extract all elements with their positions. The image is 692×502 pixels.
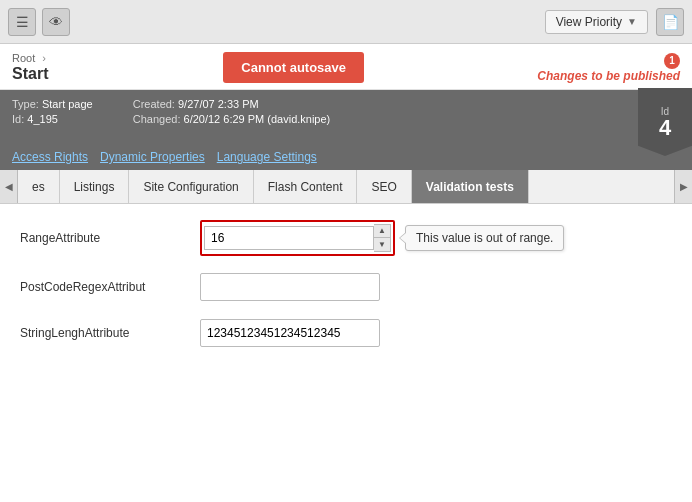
meta-changed: Changed: 6/20/12 6:29 PM (david.knipe) — [133, 113, 331, 125]
view-priority-button[interactable]: View Priority ▼ — [545, 10, 648, 34]
changes-to-publish-label: Changes to be published — [537, 69, 680, 83]
tab-site-configuration[interactable]: Site Configuration — [129, 170, 253, 203]
range-spin-down[interactable]: ▼ — [374, 238, 390, 251]
meta-type-value: Start page — [42, 98, 93, 110]
eye-icon: 👁 — [49, 14, 63, 30]
view-priority-caret: ▼ — [627, 16, 637, 27]
toolbar-right: View Priority ▼ 📄 — [545, 8, 684, 36]
list-icon-button[interactable]: ☰ — [8, 8, 36, 36]
content-area: RangeAttribute ▲ ▼ This value is out of … — [0, 204, 692, 380]
meta-id-label: Id: — [12, 113, 24, 125]
meta-type-id: Type: Start page Id: 4_195 — [12, 98, 93, 125]
meta-created-value: 9/27/07 2:33 PM — [178, 98, 259, 110]
breadcrumb-separator: › — [42, 52, 46, 64]
meta-dates: Created: 9/27/07 2:33 PM Changed: 6/20/1… — [133, 98, 331, 125]
tab-es[interactable]: es — [18, 170, 60, 203]
tab-listings-label: Listings — [74, 180, 115, 194]
string-length-attribute-row: StringLenghAttribute — [20, 318, 672, 348]
meta-created-label: Created: — [133, 98, 175, 110]
tab-validation-tests-label: Validation tests — [426, 180, 514, 194]
range-error-message: This value is out of range. — [416, 231, 553, 245]
meta-bar: Type: Start page Id: 4_195 Created: 9/27… — [0, 90, 692, 146]
range-spin-up[interactable]: ▲ — [374, 225, 390, 238]
breadcrumb-root[interactable]: Root — [12, 52, 35, 64]
breadcrumb-left: Root › Start — [12, 52, 50, 83]
eye-icon-button[interactable]: 👁 — [42, 8, 70, 36]
string-length-attribute-input[interactable] — [200, 319, 380, 347]
range-attribute-input[interactable] — [204, 226, 374, 250]
cannot-autosave-button[interactable]: Cannot autosave — [223, 52, 364, 83]
page-title: Start — [12, 65, 50, 83]
range-attribute-label: RangeAttribute — [20, 231, 200, 245]
tab-seo[interactable]: SEO — [357, 170, 411, 203]
range-attribute-row: RangeAttribute ▲ ▼ This value is out of … — [20, 220, 672, 256]
file-icon-button[interactable]: 📄 — [656, 8, 684, 36]
tab-next-button[interactable]: ▶ — [674, 170, 692, 203]
postcode-attribute-input[interactable] — [200, 273, 380, 301]
list-icon: ☰ — [16, 14, 29, 30]
postcode-attribute-row: PostCodeRegexAttribut — [20, 272, 672, 302]
meta-id: Id: 4_195 — [12, 113, 93, 125]
meta-id-value: 4_195 — [27, 113, 58, 125]
meta-type-label: Type: — [12, 98, 39, 110]
dynamic-properties-link[interactable]: Dynamic Properties — [100, 150, 205, 164]
string-length-attribute-label: StringLenghAttribute — [20, 326, 200, 340]
postcode-attribute-input-group — [200, 273, 380, 301]
meta-changed-value: 6/20/12 6:29 PM (david.knipe) — [184, 113, 331, 125]
breadcrumb-path: Root › — [12, 52, 50, 64]
changes-badge: 1 — [664, 53, 680, 69]
range-attribute-input-group: ▲ ▼ This value is out of range. — [200, 220, 564, 256]
postcode-attribute-label: PostCodeRegexAttribut — [20, 280, 200, 294]
meta-links: Access Rights Dynamic Properties Languag… — [0, 146, 692, 170]
language-settings-link[interactable]: Language Settings — [217, 150, 317, 164]
string-length-attribute-input-group — [200, 319, 380, 347]
tab-site-configuration-label: Site Configuration — [143, 180, 238, 194]
tab-es-label: es — [32, 180, 45, 194]
view-priority-label: View Priority — [556, 15, 622, 29]
breadcrumb-center: Cannot autosave — [223, 52, 364, 83]
tab-flash-content-label: Flash Content — [268, 180, 343, 194]
tab-prev-button[interactable]: ◀ — [0, 170, 18, 203]
id-value: 4 — [659, 117, 671, 139]
tab-flash-content[interactable]: Flash Content — [254, 170, 358, 203]
tab-validation-tests[interactable]: Validation tests — [412, 170, 529, 203]
range-spin-buttons: ▲ ▼ — [374, 224, 391, 252]
tab-seo-label: SEO — [371, 180, 396, 194]
meta-type: Type: Start page — [12, 98, 93, 110]
breadcrumb-bar: Root › Start Cannot autosave 1 Changes t… — [0, 44, 692, 90]
file-icon: 📄 — [662, 14, 679, 30]
meta-changed-label: Changed: — [133, 113, 181, 125]
tabs-bar: ◀ es Listings Site Configuration Flash C… — [0, 170, 692, 204]
access-rights-link[interactable]: Access Rights — [12, 150, 88, 164]
tab-listings[interactable]: Listings — [60, 170, 130, 203]
meta-created: Created: 9/27/07 2:33 PM — [133, 98, 331, 110]
id-banner: Id 4 — [638, 88, 692, 156]
range-error-wrapper: ▲ ▼ — [200, 220, 395, 256]
badge-container: 1 — [537, 53, 680, 69]
top-toolbar: ☰ 👁 View Priority ▼ 📄 — [0, 0, 692, 44]
range-error-tooltip: This value is out of range. — [405, 225, 564, 251]
breadcrumb-right: 1 Changes to be published — [537, 53, 680, 83]
